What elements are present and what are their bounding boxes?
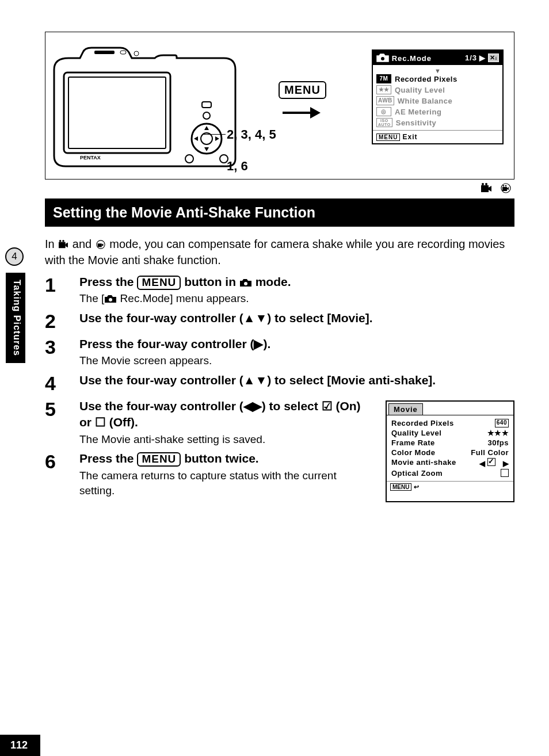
step-2: 2 Use the four-way controller (▲▼) to se…	[45, 310, 514, 333]
camera-icon	[376, 53, 389, 62]
movie-row-optical-zoom: Optical Zoom	[391, 469, 509, 478]
step-title: Use the four-way controller (▲▼) to sele…	[79, 310, 514, 326]
menu-button-label: MENU	[279, 81, 326, 99]
movie-row-anti-shake: Movie anti-shake◀ ▶	[391, 458, 509, 468]
camera-icon	[104, 292, 117, 301]
svg-point-35	[109, 298, 112, 301]
step-number: 5	[45, 398, 79, 447]
rec-mode-screen: Rec.Mode 1/3▶✕ᵢ ▼ 7MRecorded Pixels ★★Qu…	[372, 49, 504, 144]
camera-icon	[239, 275, 252, 284]
step-number: 2	[45, 310, 79, 333]
page-content: PENTAX MENU 2, 3, 4, 5 1	[45, 32, 514, 502]
svg-point-25	[503, 185, 505, 187]
step-title: Use the four-way controller (▲▼) to sele…	[79, 372, 514, 388]
svg-rect-12	[94, 51, 115, 54]
movie-row-quality-level: Quality Level★★★	[391, 429, 509, 437]
svg-point-26	[505, 185, 507, 187]
svg-point-34	[244, 282, 247, 285]
movie-settings-screen: Movie Recorded Pixels640 Quality Level★★…	[386, 400, 514, 502]
movie-mode-icon	[58, 238, 69, 250]
callout-steps-16: 1, 6	[227, 159, 248, 174]
movie-tab: Movie	[388, 403, 423, 415]
svg-point-14	[134, 51, 139, 56]
svg-point-30	[62, 240, 64, 242]
movie-row-recorded-pixels: Recorded Pixels640	[391, 419, 509, 427]
underwater-movie-mode-icon	[500, 183, 512, 196]
step-title: Press the MENU button in mode.	[79, 274, 514, 290]
svg-point-17	[381, 57, 384, 60]
step-description: The Movie screen appears.	[79, 353, 514, 369]
camera-brand-text: PENTAX	[80, 155, 101, 161]
step-6: 6 Press the MENU button twice. The camer…	[45, 450, 374, 499]
svg-point-21	[485, 183, 487, 185]
illustration-panel: PENTAX MENU 2, 3, 4, 5 1	[45, 32, 514, 180]
svg-rect-32	[97, 243, 101, 247]
step-number: 6	[45, 450, 79, 499]
svg-marker-16	[310, 107, 321, 119]
menu-item-sensitivity: ISOAUTOSensitivity	[376, 118, 499, 127]
step-description: The Movie anti-shake setting is saved.	[79, 432, 374, 448]
movie-screen-footer: MENU↩	[387, 481, 513, 492]
step-5: 5 Use the four-way controller (◀▶) to se…	[45, 398, 374, 447]
screen-header: Rec.Mode 1/3▶✕ᵢ	[373, 51, 502, 65]
intro-paragraph: In and mode, you can compensate for came…	[45, 236, 514, 268]
menu-item-recorded-pixels: 7MRecorded Pixels	[376, 74, 499, 83]
screen-footer: MENUExit	[373, 130, 502, 143]
step-3: 3 Press the four-way controller (▶). The…	[45, 336, 514, 369]
step-title: Use the four-way controller (◀▶) to sele…	[79, 398, 374, 431]
checkbox-off-icon	[501, 469, 509, 477]
back-arrow-icon: ↩	[414, 483, 419, 490]
svg-point-29	[59, 240, 62, 242]
chapter-number-badge: 4	[5, 247, 24, 266]
underwater-movie-mode-icon	[95, 238, 106, 250]
svg-rect-23	[502, 187, 507, 191]
svg-marker-28	[66, 242, 68, 247]
menu-item-ae-metering: ◎AE Metering	[376, 107, 499, 116]
step-1: 1 Press the MENU button in mode. The [ R…	[45, 274, 514, 307]
step-4: 4 Use the four-way controller (▲▼) to se…	[45, 372, 514, 395]
down-arrow-icon: ▼	[376, 67, 499, 74]
page-number: 112	[0, 735, 40, 756]
step-title: Press the MENU button twice.	[79, 450, 374, 467]
svg-marker-19	[489, 186, 491, 192]
step-description: The [ Rec.Mode] menu appears.	[79, 291, 514, 307]
arrow-right-icon	[281, 104, 322, 124]
callout-steps-2345: 2, 3, 4, 5	[227, 127, 276, 142]
step-title: Press the four-way controller (▶).	[79, 336, 514, 352]
svg-point-20	[482, 183, 484, 185]
movie-row-color-mode: Color ModeFull Color	[391, 448, 509, 457]
applicable-mode-icons	[45, 183, 512, 196]
movie-row-frame-rate: Frame Rate30fps	[391, 438, 509, 447]
step-description: The camera returns to capture status wit…	[79, 468, 374, 499]
tool-tab-icon: ✕ᵢ	[488, 54, 499, 62]
step-number: 3	[45, 336, 79, 369]
section-heading: Setting the Movie Anti-Shake Function	[45, 198, 514, 227]
step-number: 4	[45, 372, 79, 395]
svg-rect-27	[59, 242, 66, 249]
menu-item-quality-level: ★★Quality Level	[376, 85, 499, 94]
checkbox-on-icon	[487, 458, 495, 466]
svg-rect-18	[481, 185, 489, 192]
camera-back-illustration: PENTAX	[51, 41, 241, 170]
sidebar: 4 Taking Pictures	[0, 247, 29, 363]
svg-marker-33	[102, 243, 104, 246]
chapter-name-tab: Taking Pictures	[6, 273, 25, 363]
menu-item-white-balance: AWBWhite Balance	[376, 96, 499, 105]
svg-marker-24	[507, 187, 509, 190]
step-number: 1	[45, 274, 79, 307]
movie-mode-icon	[480, 183, 493, 196]
